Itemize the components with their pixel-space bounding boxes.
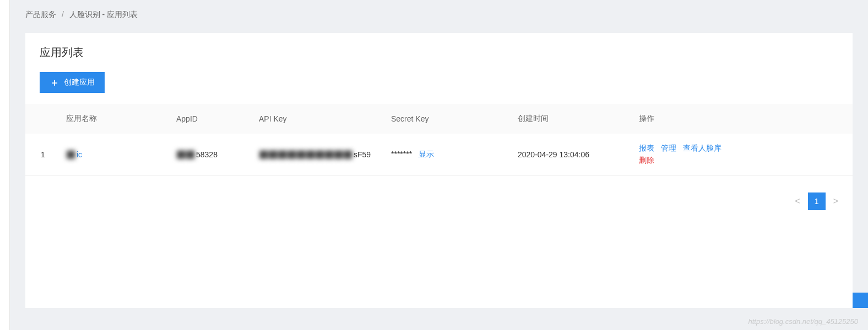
cell-ops: 报表 管理 查看人脸库 删除 bbox=[631, 134, 853, 176]
th-apikey: API Key bbox=[251, 104, 383, 134]
breadcrumb-current: 人脸识别 - 应用列表 bbox=[69, 10, 138, 19]
op-manage[interactable]: 管理 bbox=[661, 144, 676, 152]
breadcrumb-sep: / bbox=[62, 10, 64, 19]
page-current[interactable]: 1 bbox=[808, 193, 826, 210]
plus-icon: ＋ bbox=[50, 78, 59, 87]
table-header-row: 应用名称 AppID API Key Secret Key 创建时间 操作 bbox=[25, 104, 853, 134]
table-row: 1 ⬛ic ⬛⬛58328 ⬛⬛⬛⬛⬛⬛⬛⬛⬛⬛sF59 ******* bbox=[25, 134, 853, 176]
toolbar: ＋ 创建应用 bbox=[25, 72, 853, 104]
main-content: 产品服务 / 人脸识别 - 应用列表 应用列表 ＋ 创建应用 应用名称 AppI… bbox=[10, 0, 868, 323]
page-next[interactable]: > bbox=[833, 196, 838, 206]
op-report[interactable]: 报表 bbox=[639, 144, 654, 152]
page-title: 应用列表 bbox=[25, 33, 853, 72]
th-ops: 操作 bbox=[631, 104, 853, 134]
cell-apikey: ⬛⬛⬛⬛⬛⬛⬛⬛⬛⬛sF59 bbox=[251, 134, 383, 176]
cell-created: 2020-04-29 13:04:06 bbox=[510, 134, 631, 176]
pagination: < 1 > bbox=[25, 176, 853, 227]
app-table: 应用名称 AppID API Key Secret Key 创建时间 操作 1 … bbox=[25, 104, 853, 176]
op-view-facelib[interactable]: 查看人脸库 bbox=[683, 144, 721, 152]
secret-mask: ******* bbox=[391, 150, 412, 158]
panel: 应用列表 ＋ 创建应用 应用名称 AppID API Key Secret Ke… bbox=[25, 33, 853, 308]
app-name-link[interactable]: ⬛ic bbox=[66, 150, 82, 159]
th-created: 创建时间 bbox=[510, 104, 631, 134]
breadcrumb: 产品服务 / 人脸识别 - 应用列表 bbox=[25, 0, 853, 33]
row-index: 1 bbox=[25, 134, 58, 176]
cell-appid: ⬛⬛58328 bbox=[169, 134, 251, 176]
th-secret: Secret Key bbox=[383, 104, 510, 134]
th-appid: AppID bbox=[169, 104, 251, 134]
sidebar-stub bbox=[0, 0, 10, 323]
page-prev[interactable]: < bbox=[795, 196, 800, 206]
op-delete[interactable]: 删除 bbox=[639, 156, 654, 164]
create-app-button[interactable]: ＋ 创建应用 bbox=[40, 72, 105, 93]
breadcrumb-root[interactable]: 产品服务 bbox=[25, 10, 56, 19]
feedback-badge[interactable] bbox=[853, 293, 868, 308]
create-app-label: 创建应用 bbox=[64, 78, 95, 87]
show-secret-link[interactable]: 显示 bbox=[419, 150, 434, 158]
cell-secret: ******* 显示 bbox=[383, 134, 510, 176]
th-name: 应用名称 bbox=[58, 104, 169, 134]
